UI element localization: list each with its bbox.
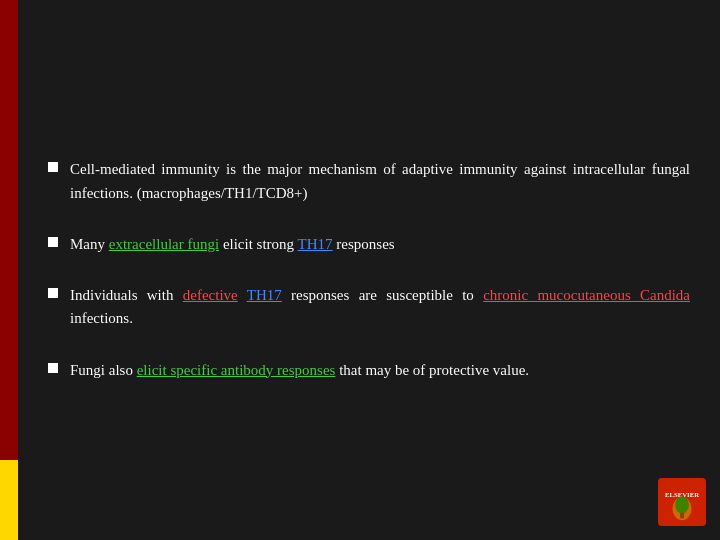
bullet-item-2: Many extracellular fungi elicit strong T… xyxy=(48,233,690,256)
th17-text-2: TH17 xyxy=(298,236,333,252)
bullet-square-2 xyxy=(48,237,58,247)
immunity-text: immunity xyxy=(161,161,219,177)
bar-bottom xyxy=(0,460,18,540)
left-bar xyxy=(0,0,18,540)
slide: Cell-mediated immunity is the major mech… xyxy=(0,0,720,540)
svg-rect-4 xyxy=(680,513,684,519)
bullet-text-2: Many extracellular fungi elicit strong T… xyxy=(70,233,395,256)
bullet-item-4: Fungi also elicit specific antibody resp… xyxy=(48,359,690,382)
bullet-square-1 xyxy=(48,162,58,172)
elicit-specific-text: elicit specific antibody responses xyxy=(137,362,336,378)
bullet-text-4: Fungi also elicit specific antibody resp… xyxy=(70,359,529,382)
svg-point-3 xyxy=(675,496,688,513)
bullet-text-1: Cell-mediated immunity is the major mech… xyxy=(70,158,690,205)
chronic-mucocutaneous-text: chronic mucocutaneous Candida xyxy=(483,287,690,303)
bullet-square-3 xyxy=(48,288,58,298)
defective-text: defective xyxy=(183,287,238,303)
content-area: Cell-mediated immunity is the major mech… xyxy=(18,0,720,540)
elsevier-logo-svg: ELSEVIER xyxy=(658,478,706,526)
bullet-square-4 xyxy=(48,363,58,373)
th17-text-3: TH17 xyxy=(247,287,282,303)
extracellular-fungi-text: extracellular fungi xyxy=(109,236,219,252)
bullet-text-3: Individuals with defective TH17 response… xyxy=(70,284,690,331)
bullet-item-1: Cell-mediated immunity is the major mech… xyxy=(48,158,690,205)
bullet-item-3: Individuals with defective TH17 response… xyxy=(48,284,690,331)
bar-top xyxy=(0,0,18,460)
elsevier-logo: ELSEVIER xyxy=(658,478,706,526)
